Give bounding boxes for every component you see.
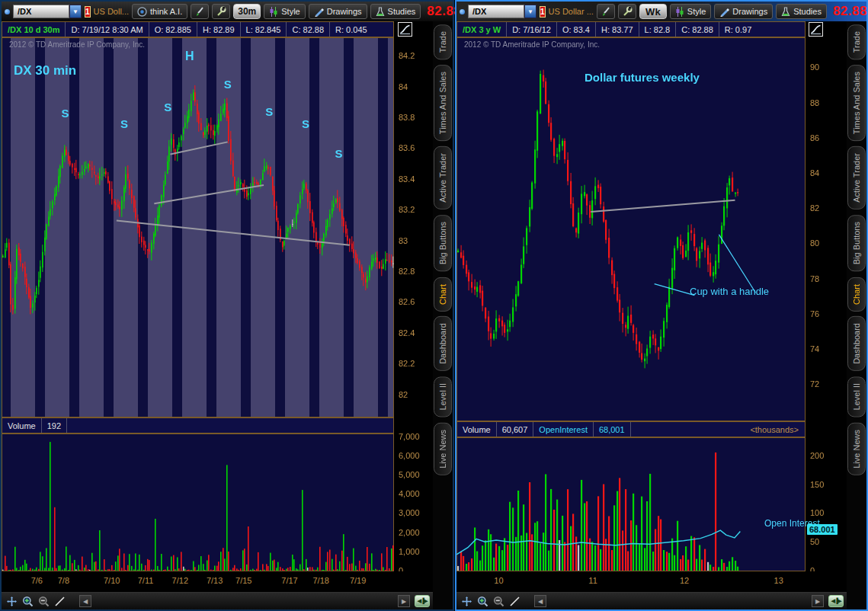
candlestick-style-icon <box>269 7 278 17</box>
y-axis-tick: 88 <box>810 98 819 107</box>
volume-filler <box>67 418 78 433</box>
tab-trade[interactable]: Trade <box>434 24 452 59</box>
fit-chart-button[interactable]: ◀▐▶ <box>828 595 844 607</box>
y-axis-tick: 82.2 <box>399 359 415 368</box>
pencil-icon <box>314 7 324 17</box>
think-ai-label: think A.I. <box>150 7 182 16</box>
strip-close: C: 82.88 <box>676 22 719 37</box>
studies-button[interactable]: Studies <box>370 4 421 19</box>
chart-mode-button[interactable] <box>597 4 615 19</box>
drawing-line-tool-button[interactable] <box>53 595 66 608</box>
pan-icon <box>6 596 18 607</box>
symbol-input-right[interactable]: /DX ▼ <box>468 5 536 18</box>
alert-badge[interactable]: 1 <box>540 6 546 18</box>
chart-mode-button[interactable] <box>191 4 209 19</box>
left-volume-pane[interactable]: 7,0006,0005,0004,0003,0002,0001,0000 <box>2 433 433 571</box>
settings-wrench-button[interactable] <box>212 4 230 19</box>
y-axis-tick: 72 <box>810 379 819 389</box>
y-axis-tick: 84.2 <box>399 51 415 60</box>
scroll-left-button[interactable]: ◀ <box>534 595 546 607</box>
zoom-in-button[interactable] <box>476 595 489 608</box>
left-price-canvas[interactable] <box>2 37 433 417</box>
strip-high: H: 82.89 <box>197 22 241 37</box>
tab-trade[interactable]: Trade <box>847 24 866 59</box>
tab-active-trader[interactable]: Active Trader <box>434 146 452 210</box>
scroll-right-button[interactable]: ▶ <box>398 595 410 607</box>
right-data-striprow: /DX 3 y W D: 7/16/12 O: 83.4 H: 83.77 L:… <box>456 21 847 37</box>
y-axis-tick: 5,000 <box>399 470 420 479</box>
x-axis-tick: 7/19 <box>350 576 366 585</box>
style-button[interactable]: Style <box>264 4 305 19</box>
tab-chart[interactable]: Chart <box>434 277 452 312</box>
studies-button[interactable]: Studies <box>776 4 827 19</box>
think-ai-button[interactable]: think A.I. <box>132 4 187 19</box>
settings-wrench-button[interactable] <box>618 4 636 19</box>
scroll-left-button[interactable]: ◀ <box>79 595 91 607</box>
left-price-pane[interactable]: 2012 © TD Ameritrade IP Company, Inc. DX… <box>2 37 433 417</box>
strip-low: L: 82.845 <box>241 22 287 37</box>
y-axis-tick: 200 <box>810 451 824 460</box>
chart-settings-button[interactable] <box>398 22 412 37</box>
pan-icon <box>461 596 472 607</box>
scroll-right-button[interactable]: ▶ <box>812 595 824 607</box>
right-tab-strip: TradeTimes And SalesActive TraderBig But… <box>847 21 866 609</box>
tab-dashboard[interactable]: Dashboard <box>434 316 452 371</box>
symbol-value[interactable]: /DX <box>13 5 69 18</box>
zoom-out-icon <box>493 596 504 607</box>
y-axis-tick: 83.2 <box>399 205 415 214</box>
chevron-down-icon[interactable]: ▼ <box>524 5 536 18</box>
right-xaxis: 10111213 <box>456 571 847 592</box>
open-interest-value: 68,001 <box>594 422 631 437</box>
tab-big-buttons[interactable]: Big Buttons <box>847 215 866 271</box>
left-data-striprow: /DX 10 d 30m D: 7/19/12 8:30 AM O: 82.88… <box>2 21 433 37</box>
symbol-input-left[interactable]: /DX ▼ <box>13 5 82 18</box>
alert-badge[interactable]: 1 <box>85 6 91 18</box>
zoom-in-button[interactable] <box>21 595 34 608</box>
tab-active-trader[interactable]: Active Trader <box>847 146 866 210</box>
right-price-pane[interactable]: 2012 © TD Ameritrade IP Company, Inc. Do… <box>456 37 847 421</box>
pan-tool-button[interactable] <box>460 595 473 608</box>
strip-date: D: 7/19/12 8:30 AM <box>66 22 149 37</box>
tab-live-news[interactable]: Live News <box>847 423 866 475</box>
right-volume-pane[interactable]: Open Interest 68.001 200150100500 <box>456 437 847 571</box>
link-dot-icon[interactable] <box>460 9 465 14</box>
tab-level-ii[interactable]: Level II <box>434 376 452 417</box>
right-volume-canvas[interactable] <box>456 437 847 571</box>
y-axis-tick: 150 <box>810 480 824 489</box>
drawings-button[interactable]: Drawings <box>714 4 773 19</box>
tab-times-and-sales[interactable]: Times And Sales <box>434 65 452 141</box>
volume-label: Volume <box>457 422 497 437</box>
curve-icon <box>399 24 411 35</box>
open-interest-label: OpenInterest <box>533 422 594 437</box>
y-axis-tick: 6,000 <box>399 451 420 460</box>
y-axis-tick: 80 <box>810 238 819 248</box>
symbol-description: US Dollar ... <box>549 7 594 16</box>
right-price-canvas[interactable] <box>456 37 847 421</box>
y-axis-tick: 84 <box>399 82 408 91</box>
left-volume-canvas[interactable] <box>2 433 433 571</box>
zoom-out-button[interactable] <box>492 595 505 608</box>
y-axis-tick: 82 <box>810 203 819 213</box>
tab-big-buttons[interactable]: Big Buttons <box>434 215 452 271</box>
chevron-down-icon[interactable]: ▼ <box>69 5 82 18</box>
y-axis-tick: 82.8 <box>399 267 415 276</box>
zoom-out-button[interactable] <box>37 595 50 608</box>
style-button[interactable]: Style <box>670 4 711 19</box>
tab-level-ii[interactable]: Level II <box>847 376 866 417</box>
timeframe-button[interactable]: 30m <box>233 4 261 19</box>
chart-settings-button[interactable] <box>809 22 823 37</box>
tab-chart[interactable]: Chart <box>847 277 866 312</box>
pan-tool-button[interactable] <box>5 595 18 608</box>
drawing-line-tool-button[interactable] <box>508 595 521 608</box>
fit-chart-button[interactable]: ◀▐▶ <box>415 595 430 607</box>
tab-times-and-sales[interactable]: Times And Sales <box>847 65 866 141</box>
symbol-value[interactable]: /DX <box>468 5 524 18</box>
link-dot-icon[interactable] <box>5 9 10 14</box>
drawings-button[interactable]: Drawings <box>309 4 367 19</box>
tab-dashboard[interactable]: Dashboard <box>847 316 866 371</box>
right-toolbar: ◀ ▶ ◀▐▶ <box>456 592 847 609</box>
timeframe-button[interactable]: Wk <box>639 4 667 19</box>
left-topbar: /DX ▼ 1 US Doll... think A.I. 30m Style <box>2 2 453 21</box>
tab-live-news[interactable]: Live News <box>434 423 452 475</box>
strip-open: O: 82.885 <box>149 22 197 37</box>
